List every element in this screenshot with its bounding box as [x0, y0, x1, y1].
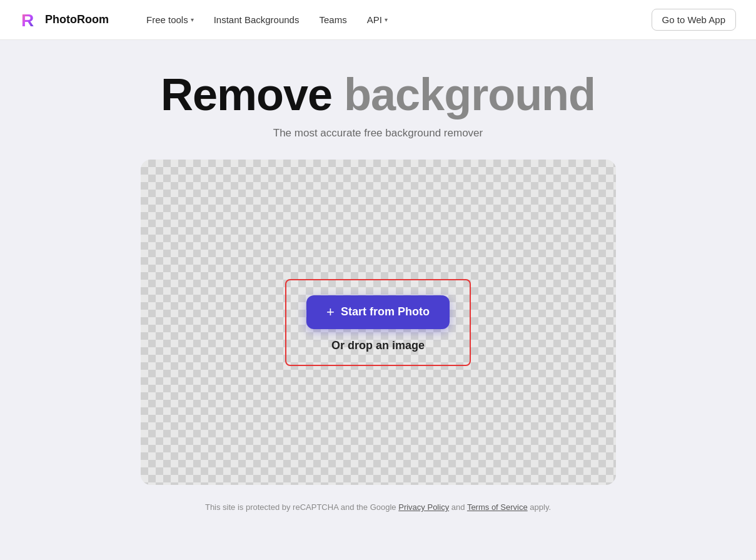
upload-button-label: Start from Photo	[341, 305, 430, 318]
brand-name: PhotoRoom	[45, 13, 109, 26]
logo-link[interactable]: R PhotoRoom	[20, 10, 109, 30]
nav-links: Free tools ▾ Instant Backgrounds Teams A…	[139, 11, 652, 29]
svg-text:R: R	[21, 11, 34, 30]
plus-icon: +	[326, 305, 335, 319]
chevron-down-icon: ▾	[385, 16, 388, 23]
nav-api[interactable]: API ▾	[360, 11, 395, 29]
privacy-policy-link[interactable]: Privacy Policy	[398, 502, 449, 512]
logo-icon: R	[20, 10, 40, 30]
go-to-web-app-button[interactable]: Go to Web App	[652, 9, 736, 31]
upload-drop-zone[interactable]: + Start from Photo Or drop an image	[285, 279, 471, 366]
drop-text: Or drop an image	[331, 339, 425, 352]
nav-free-tools[interactable]: Free tools ▾	[139, 11, 201, 29]
footer-text: This site is protected by reCAPTCHA and …	[205, 502, 551, 512]
page-subtitle: The most accurate free background remove…	[273, 127, 483, 140]
terms-of-service-link[interactable]: Terms of Service	[467, 502, 528, 512]
nav-instant-backgrounds[interactable]: Instant Backgrounds	[206, 11, 307, 29]
navigation: R PhotoRoom Free tools ▾ Instant Backgro…	[0, 0, 756, 40]
start-from-photo-button[interactable]: + Start from Photo	[306, 295, 450, 329]
main-content: Remove background The most accurate free…	[0, 40, 756, 532]
page-title: Remove background	[161, 70, 595, 120]
upload-area[interactable]: + Start from Photo Or drop an image	[141, 160, 616, 485]
chevron-down-icon: ▾	[191, 16, 194, 23]
nav-teams[interactable]: Teams	[311, 11, 354, 29]
